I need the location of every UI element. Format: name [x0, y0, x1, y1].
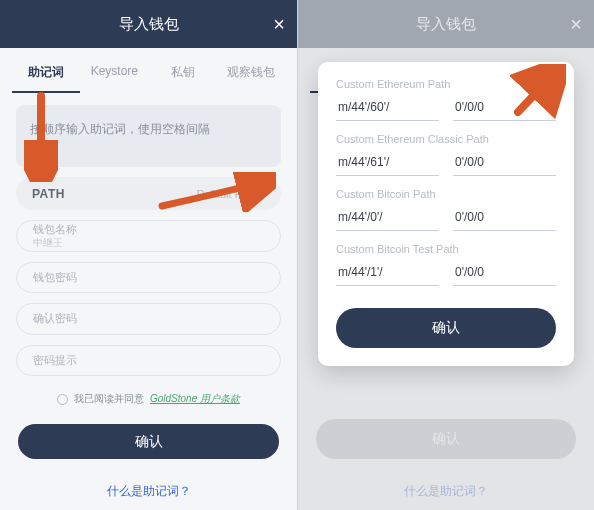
- tabs: 助记词 Keystore 私钥 观察钱包: [0, 54, 297, 93]
- tab-mnemonic[interactable]: 助记词: [12, 54, 80, 93]
- wallet-name-field[interactable]: 钱包名称 中继王: [16, 220, 281, 252]
- path-group-bitcoin-test: Custom Bitcoin Test Path m/44'/1'/ 0'/0/…: [336, 243, 556, 286]
- wallet-password-field[interactable]: 钱包密码: [16, 262, 281, 294]
- path-suffix-input[interactable]: 0'/0/0: [453, 149, 556, 176]
- tab-keystore[interactable]: Keystore: [80, 54, 148, 93]
- navbar-title: 导入钱包: [119, 15, 179, 34]
- close-icon[interactable]: ×: [273, 14, 285, 34]
- tab-watch[interactable]: 观察钱包: [217, 54, 285, 93]
- path-prefix-input[interactable]: m/44'/0'/: [336, 204, 439, 231]
- path-group-title: Custom Ethereum Classic Path: [336, 133, 556, 145]
- terms-link[interactable]: GoldStone 用户条款: [150, 392, 240, 406]
- navbar: 导入钱包 ×: [0, 0, 297, 48]
- path-prefix-input[interactable]: m/44'/1'/: [336, 259, 439, 286]
- path-group-etc: Custom Ethereum Classic Path m/44'/61'/ …: [336, 133, 556, 176]
- path-row[interactable]: PATH Default Path ›: [16, 177, 281, 210]
- terms-row[interactable]: 我已阅读并同意 GoldStone 用户条款: [16, 392, 281, 406]
- path-label: PATH: [32, 187, 65, 201]
- close-icon[interactable]: ×: [570, 14, 582, 34]
- help-link[interactable]: 什么是助记词？: [16, 473, 281, 510]
- path-group-title: Custom Bitcoin Test Path: [336, 243, 556, 255]
- path-prefix-input[interactable]: m/44'/61'/: [336, 149, 439, 176]
- navbar-title: 导入钱包: [416, 15, 476, 34]
- screen-import-wallet-modal: 导入钱包 × 助记词 Keystore 私钥 观察钱包 确认 什么是助记词？ C…: [297, 0, 594, 510]
- mnemonic-input[interactable]: 按顺序输入助记词，使用空格间隔: [16, 105, 281, 167]
- path-suffix-input[interactable]: 0'/0/0: [453, 94, 556, 121]
- screen-import-wallet: 导入钱包 × 助记词 Keystore 私钥 观察钱包 按顺序输入助记词，使用空…: [0, 0, 297, 510]
- wallet-password-confirm-field[interactable]: 确认密码: [16, 303, 281, 335]
- navbar: 导入钱包 ×: [298, 0, 594, 48]
- path-prefix-input[interactable]: m/44'/60'/: [336, 94, 439, 121]
- path-modal: Custom Ethereum Path m/44'/60'/ 0'/0/0 C…: [318, 62, 574, 366]
- path-group-bitcoin: Custom Bitcoin Path m/44'/0'/ 0'/0/0: [336, 188, 556, 231]
- confirm-button[interactable]: 确认: [18, 424, 279, 459]
- path-value: Default Path ›: [197, 188, 265, 200]
- path-group-title: Custom Bitcoin Path: [336, 188, 556, 200]
- checkbox-icon[interactable]: [57, 394, 68, 405]
- terms-prefix: 我已阅读并同意: [74, 392, 144, 406]
- content: 按顺序输入助记词，使用空格间隔 PATH Default Path › 钱包名称…: [0, 93, 297, 510]
- confirm-button: 确认: [316, 419, 576, 459]
- path-group-title: Custom Ethereum Path: [336, 78, 556, 90]
- path-group-ethereum: Custom Ethereum Path m/44'/60'/ 0'/0/0: [336, 78, 556, 121]
- chevron-right-icon: ›: [261, 188, 265, 200]
- path-suffix-input[interactable]: 0'/0/0: [453, 204, 556, 231]
- password-hint-field[interactable]: 密码提示: [16, 345, 281, 377]
- help-link: 什么是助记词？: [314, 473, 578, 510]
- path-suffix-input[interactable]: 0'/0/0: [453, 259, 556, 286]
- tab-private-key[interactable]: 私钥: [149, 54, 217, 93]
- modal-confirm-button[interactable]: 确认: [336, 308, 556, 348]
